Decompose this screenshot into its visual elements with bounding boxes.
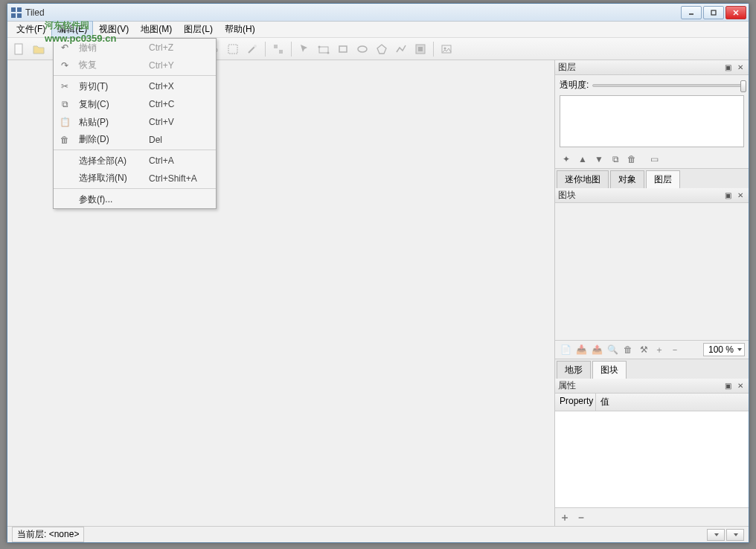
svg-rect-1 <box>17 7 22 12</box>
status-dropdown-2[interactable] <box>726 529 744 541</box>
main-window: Tiled 文件(F) 编辑(E) 视图(V) 地图(M) 图层(L) 帮助(H… <box>7 3 749 543</box>
svg-rect-3 <box>17 13 22 18</box>
insert-ellipse-icon[interactable] <box>353 40 371 58</box>
menu-map[interactable]: 地图(M) <box>135 21 178 38</box>
minimize-button[interactable] <box>681 6 702 19</box>
svg-point-22 <box>318 45 321 48</box>
maximize-button[interactable] <box>703 6 724 19</box>
opacity-slider[interactable] <box>592 84 744 87</box>
close-panel-icon[interactable]: ✕ <box>735 62 746 73</box>
import-tileset-icon[interactable]: 📥 <box>574 343 588 356</box>
tileset-props-icon[interactable]: 🔍 <box>606 343 619 356</box>
props-body[interactable] <box>555 411 749 508</box>
menubar: 文件(F) 编辑(E) 视图(V) 地图(M) 图层(L) 帮助(H) <box>7 22 749 38</box>
tab-tiles[interactable]: 图块 <box>592 361 627 379</box>
menu-item-复制(C)[interactable]: ⧉复制(C)Ctrl+C <box>54 95 216 113</box>
new-layer-icon[interactable]: ✦ <box>560 152 573 166</box>
menu-item-恢复[interactable]: ↷恢复Ctrl+Y <box>54 57 216 76</box>
svg-rect-24 <box>339 46 347 52</box>
insert-image-icon[interactable] <box>438 40 455 58</box>
menu-item-剪切(T)[interactable]: ✂剪切(T)Ctrl+X <box>54 77 216 95</box>
tile-tab-strip: 地形 图块 <box>555 359 749 379</box>
svg-rect-19 <box>274 45 278 48</box>
menu-item-参数(f)...[interactable]: 参数(f)... <box>54 190 216 208</box>
titlebar: Tiled <box>7 4 749 22</box>
svg-rect-2 <box>11 13 16 18</box>
zoom-select[interactable]: 100 % <box>703 343 745 356</box>
svg-rect-20 <box>279 50 283 54</box>
delete-layer-icon[interactable]: 🗑 <box>625 152 638 166</box>
new-icon[interactable] <box>10 40 28 58</box>
layer-tab-strip: 迷你地图 对象 图层 <box>555 168 749 188</box>
magic-wand-icon[interactable] <box>243 40 261 58</box>
opacity-label: 透明度: <box>560 79 589 92</box>
paste-icon: 📋 <box>58 117 71 127</box>
statusbar: 当前层: <none> <box>7 526 749 542</box>
open-icon[interactable] <box>30 40 48 58</box>
svg-point-18 <box>254 45 257 48</box>
menu-layer[interactable]: 图层(L) <box>178 21 219 38</box>
export-tileset-icon[interactable]: 📤 <box>590 343 603 356</box>
add-tile-icon[interactable]: ＋ <box>653 343 666 356</box>
insert-polyline-icon[interactable] <box>392 40 410 58</box>
object-edit-icon[interactable] <box>315 40 333 58</box>
layer-up-icon[interactable]: ▲ <box>576 152 589 166</box>
layer-list[interactable] <box>560 95 744 147</box>
menu-item-粘贴(P)[interactable]: 📋粘贴(P)Ctrl+V <box>54 113 216 131</box>
status-dropdown-1[interactable] <box>707 529 725 541</box>
select-rect-icon[interactable] <box>224 40 242 58</box>
undock-tiles-icon[interactable]: ▣ <box>723 190 733 201</box>
tab-layers[interactable]: 图层 <box>646 170 680 188</box>
tiles-title-text: 图块 <box>558 189 576 202</box>
svg-point-29 <box>444 47 446 49</box>
remove-tile-icon[interactable]: － <box>668 343 682 356</box>
prop-header: Property 值 <box>555 394 749 411</box>
tab-terrain[interactable]: 地形 <box>557 361 591 379</box>
cut-icon: ✂ <box>58 81 71 92</box>
toggle-other-icon[interactable]: ▭ <box>647 152 661 166</box>
delete-icon: 🗑 <box>58 135 71 145</box>
select-same-icon[interactable] <box>269 40 287 58</box>
prop-col-name[interactable]: Property <box>555 394 596 411</box>
menu-help[interactable]: 帮助(H) <box>219 21 261 38</box>
close-props-icon[interactable]: ✕ <box>735 381 746 391</box>
add-prop-icon[interactable]: ＋ <box>560 511 571 523</box>
copy-icon: ⧉ <box>58 99 71 109</box>
menu-item-撤销[interactable]: ↶撤销Ctrl+Z <box>54 39 216 57</box>
edit-terrain-icon[interactable]: ⚒ <box>637 343 650 356</box>
menu-file[interactable]: 文件(F) <box>10 21 51 38</box>
insert-rect-icon[interactable] <box>334 40 352 58</box>
undock-icon[interactable]: ▣ <box>723 62 733 73</box>
new-tileset-icon[interactable]: 📄 <box>559 343 572 356</box>
undo-icon: ↶ <box>58 42 71 53</box>
delete-tileset-icon[interactable]: 🗑 <box>621 343 635 356</box>
tab-objects[interactable]: 对象 <box>610 170 644 188</box>
layer-down-icon[interactable]: ▼ <box>592 152 606 166</box>
layers-title-text: 图层 <box>558 61 576 74</box>
close-tiles-icon[interactable]: ✕ <box>735 190 746 201</box>
close-button[interactable] <box>725 6 746 19</box>
insert-tile-icon[interactable] <box>411 40 429 58</box>
tab-minimap[interactable]: 迷你地图 <box>557 170 609 188</box>
menu-item-选择取消(N)[interactable]: 选择取消(N)Ctrl+Shift+A <box>54 170 216 189</box>
prop-col-value[interactable]: 值 <box>596 394 749 411</box>
side-panels: 图层 ▣ ✕ 透明度: ✦ ▲ ▼ ⧉ 🗑 ▭ 迷你地图 对象 图层 <box>554 60 749 526</box>
menu-item-选择全部(A)[interactable]: 选择全部(A)Ctrl+A <box>54 152 216 170</box>
tiles-body[interactable] <box>555 203 749 340</box>
menu-view[interactable]: 视图(V) <box>93 21 135 38</box>
edit-dropdown: ↶撤销Ctrl+Z↷恢复Ctrl+Y✂剪切(T)Ctrl+X⧉复制(C)Ctrl… <box>53 38 217 209</box>
object-select-icon[interactable] <box>295 40 313 58</box>
insert-polygon-icon[interactable] <box>373 40 391 58</box>
window-title: Tiled <box>25 7 681 18</box>
svg-point-25 <box>358 46 367 52</box>
duplicate-layer-icon[interactable]: ⧉ <box>609 152 622 166</box>
remove-prop-icon[interactable]: － <box>576 511 588 523</box>
svg-rect-0 <box>11 7 16 12</box>
svg-line-17 <box>249 47 254 53</box>
svg-rect-27 <box>418 47 423 51</box>
svg-point-23 <box>327 51 330 54</box>
svg-rect-21 <box>319 47 328 53</box>
menu-edit[interactable]: 编辑(E) <box>51 21 93 38</box>
undock-props-icon[interactable]: ▣ <box>723 381 733 391</box>
menu-item-删除(D)[interactable]: 🗑删除(D)Del <box>54 131 216 150</box>
